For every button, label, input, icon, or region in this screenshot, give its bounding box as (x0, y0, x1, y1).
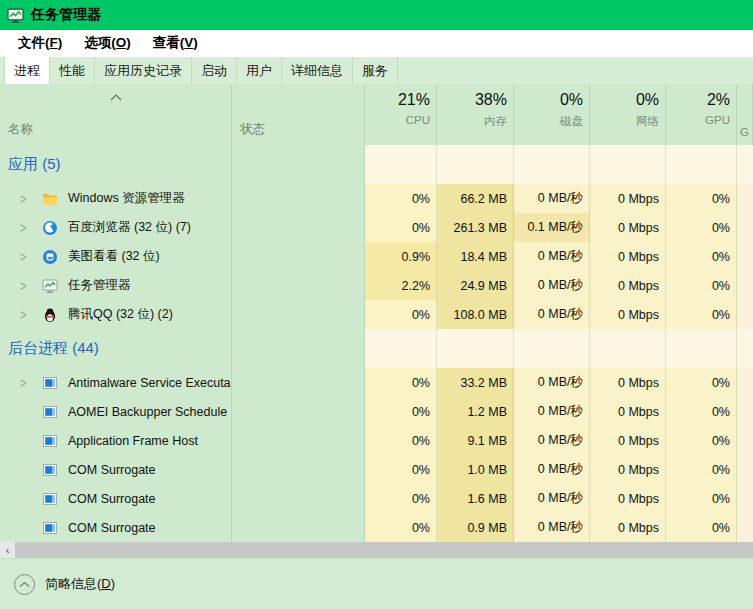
status-cell (232, 242, 365, 271)
network-value: 0 Mbps (590, 484, 666, 513)
tab-details[interactable]: 详细信息 (282, 57, 353, 84)
overflow-cell (737, 300, 753, 329)
menu-view[interactable]: 查看(V) (143, 31, 208, 56)
cpu-value: 2.2% (365, 271, 437, 300)
overflow-cell (737, 397, 753, 426)
disk-value: 0 MB/秒 (514, 426, 590, 455)
tab-app-history[interactable]: 应用历史记录 (95, 57, 192, 84)
status-cell (232, 426, 365, 455)
column-header-disk[interactable]: 0% 磁盘 (514, 84, 590, 145)
fewer-details-button[interactable] (14, 574, 35, 595)
tab-services[interactable]: 服务 (353, 57, 398, 84)
tab-startup[interactable]: 启动 (192, 57, 237, 84)
gpu-value: 0% (666, 184, 737, 213)
network-value: 0 Mbps (590, 368, 666, 397)
fewer-details-label[interactable]: 简略信息(D) (45, 575, 115, 593)
table-header: 名称 状态 21% CPU 38% 内存 0% 磁盘 0% 网络 2% (0, 84, 753, 145)
group-label: 后台进程 (44) (8, 339, 99, 358)
tab-processes[interactable]: 进程 (4, 57, 50, 84)
status-cell (232, 184, 365, 213)
gpu-value: 0% (666, 426, 737, 455)
memory-total-percent: 38% (475, 90, 507, 110)
network-value: 0 Mbps (590, 184, 666, 213)
disk-value: 0 MB/秒 (514, 242, 590, 271)
column-header-memory[interactable]: 38% 内存 (437, 84, 514, 145)
tabstrip: 进程 性能 应用历史记录 启动 用户 详细信息 服务 (0, 57, 753, 84)
expand-chevron-icon[interactable]: > (20, 249, 42, 265)
network-value: 0 Mbps (590, 513, 666, 542)
process-name: COM Surrogate (68, 492, 156, 506)
table-row[interactable]: > COM Surrogate 0% 0.9 MB 0 MB/秒 0 Mbps … (0, 513, 753, 542)
table-row[interactable]: > 任务管理器 2.2% 24.9 MB 0 MB/秒 0 Mbps 0% (0, 271, 753, 300)
process-name: COM Surrogate (68, 463, 156, 477)
menu-options[interactable]: 选项(O) (74, 31, 141, 56)
table-row[interactable]: > Application Frame Host 0% 9.1 MB 0 MB/… (0, 426, 753, 455)
cpu-total-percent: 21% (398, 90, 430, 110)
expand-chevron-icon[interactable]: > (20, 278, 42, 294)
disk-value: 0 MB/秒 (514, 513, 590, 542)
table-row[interactable]: > 百度浏览器 (32 位) (7) 0% 261.3 MB 0.1 MB/秒 … (0, 213, 753, 242)
process-name: 百度浏览器 (32 位) (7) (68, 219, 191, 236)
expand-chevron-icon[interactable]: > (20, 191, 42, 207)
scrollbar-thumb[interactable] (15, 542, 753, 558)
menubar: 文件(F) 选项(O) 查看(V) (0, 30, 753, 57)
group-header-row[interactable]: 后台进程 (44) (0, 329, 753, 368)
column-header-name[interactable]: 名称 (0, 84, 232, 145)
table-row[interactable]: > COM Surrogate 0% 1.6 MB 0 MB/秒 0 Mbps … (0, 484, 753, 513)
column-header-gpu[interactable]: 2% GPU (666, 84, 737, 145)
cpu-value: 0% (365, 397, 437, 426)
status-cell (232, 455, 365, 484)
cpu-value: 0.9% (365, 242, 437, 271)
table-row[interactable]: > Antimalware Service Executa... 0% 33.2… (0, 368, 753, 397)
group-header-row[interactable]: 应用 (5) (0, 145, 753, 184)
expand-chevron-icon[interactable]: > (20, 307, 42, 323)
task-manager-window: 任务管理器 文件(F) 选项(O) 查看(V) 进程 性能 应用历史记录 启动 … (0, 0, 753, 609)
task-manager-app-icon (7, 7, 24, 24)
disk-value: 0 MB/秒 (514, 184, 590, 213)
memory-value: 24.9 MB (437, 271, 514, 300)
expand-chevron-icon[interactable]: > (20, 220, 42, 236)
group-label: 应用 (5) (8, 155, 61, 174)
process-name: COM Surrogate (68, 521, 156, 535)
table-row[interactable]: > Windows 资源管理器 0% 66.2 MB 0 MB/秒 0 Mbps… (0, 184, 753, 213)
cpu-value: 0% (365, 213, 437, 242)
horizontal-scrollbar[interactable]: ‹ (0, 542, 753, 558)
network-value: 0 Mbps (590, 455, 666, 484)
process-table-body: 应用 (5) > Windows 资源管理器 0% 66.2 MB 0 MB/秒… (0, 145, 753, 542)
status-cell (232, 213, 365, 242)
column-header-status[interactable]: 状态 (232, 84, 365, 145)
network-value: 0 Mbps (590, 242, 666, 271)
disk-value: 0 MB/秒 (514, 397, 590, 426)
gpu-value: 0% (666, 300, 737, 329)
task-manager-icon (42, 278, 58, 294)
status-cell (232, 300, 365, 329)
column-header-cpu[interactable]: 21% CPU (365, 84, 437, 145)
menu-file[interactable]: 文件(F) (8, 31, 72, 56)
disk-value: 0 MB/秒 (514, 484, 590, 513)
status-cell (232, 271, 365, 300)
process-name: Windows 资源管理器 (68, 190, 185, 207)
status-cell (232, 484, 365, 513)
baidu-browser-icon (42, 220, 58, 236)
column-header-network[interactable]: 0% 网络 (590, 84, 666, 145)
table-row[interactable]: > 腾讯QQ (32 位) (2) 0% 108.0 MB 0 MB/秒 0 M… (0, 300, 753, 329)
table-row[interactable]: > 美图看看 (32 位) 0.9% 18.4 MB 0 MB/秒 0 Mbps… (0, 242, 753, 271)
table-row[interactable]: > COM Surrogate 0% 1.0 MB 0 MB/秒 0 Mbps … (0, 455, 753, 484)
disk-value: 0 MB/秒 (514, 300, 590, 329)
gpu-value: 0% (666, 513, 737, 542)
cpu-value: 0% (365, 513, 437, 542)
disk-total-percent: 0% (560, 90, 583, 110)
qq-icon (42, 307, 58, 323)
window-icon (42, 375, 58, 391)
window-icon (42, 520, 58, 536)
overflow-cell (737, 184, 753, 213)
tab-users[interactable]: 用户 (237, 57, 282, 84)
network-value: 0 Mbps (590, 426, 666, 455)
tab-performance[interactable]: 性能 (50, 57, 95, 84)
gpu-value: 0% (666, 213, 737, 242)
status-cell (232, 397, 365, 426)
scrollbar-left-button[interactable]: ‹ (0, 542, 15, 558)
memory-value: 33.2 MB (437, 368, 514, 397)
expand-chevron-icon[interactable]: > (20, 375, 42, 391)
table-row[interactable]: > AOMEI Backupper Schedule ... 0% 1.2 MB… (0, 397, 753, 426)
